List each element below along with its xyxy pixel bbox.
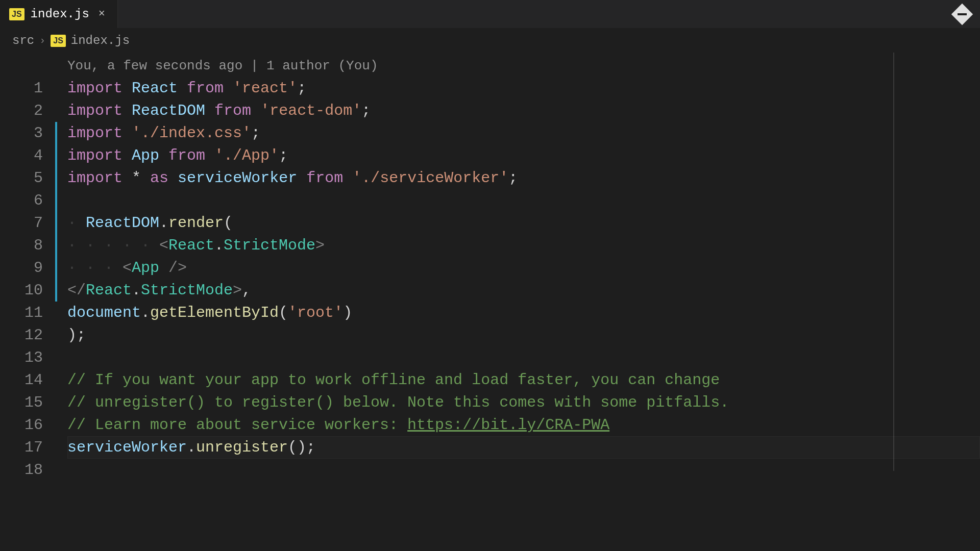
code-line: // unregister() to register() below. Not… <box>67 391 980 414</box>
code-line: import './index.css'; <box>67 122 980 144</box>
code-line: serviceWorker.unregister(); <box>67 436 980 459</box>
breadcrumb-file[interactable]: index.js <box>71 34 130 47</box>
js-icon: JS <box>51 35 66 47</box>
code-line: · ReactDOM.render( <box>67 212 980 234</box>
code-content[interactable]: You, a few seconds ago | 1 author (You) … <box>53 55 980 481</box>
line-number-gutter: 1 2 3 4 5 6 7 8 9 10 11 12 13 14 15 16 1… <box>0 55 53 481</box>
close-icon[interactable]: × <box>95 7 108 21</box>
code-line <box>67 189 980 212</box>
tab-index-js[interactable]: JS index.js × <box>0 0 118 28</box>
code-line <box>67 346 980 369</box>
tab-actions-right <box>954 7 980 22</box>
js-icon: JS <box>9 8 24 20</box>
code-line: import * as serviceWorker from './servic… <box>67 167 980 189</box>
code-line: import App from './App'; <box>67 144 980 167</box>
code-line: // Learn more about service workers: htt… <box>67 414 980 436</box>
code-line: · · · · · <React.StrictMode> <box>67 234 980 257</box>
git-codelens[interactable]: You, a few seconds ago | 1 author (You) <box>67 55 980 77</box>
code-line: document.getElementById('root') <box>67 302 980 324</box>
code-line: ); <box>67 324 980 346</box>
chevron-right-icon: › <box>39 35 45 46</box>
code-line: import React from 'react'; <box>67 77 980 99</box>
breadcrumb[interactable]: src › JS index.js <box>0 29 980 53</box>
code-line: · · · <App /> <box>67 257 980 279</box>
breadcrumb-folder[interactable]: src <box>12 34 34 47</box>
code-line <box>67 459 980 481</box>
tab-bar: JS index.js × <box>0 0 980 29</box>
code-line: import ReactDOM from 'react-dom'; <box>67 99 980 122</box>
source-control-icon[interactable] <box>951 3 973 24</box>
code-line: </React.StrictMode>, <box>67 279 980 302</box>
code-editor[interactable]: 1 2 3 4 5 6 7 8 9 10 11 12 13 14 15 16 1… <box>0 53 980 481</box>
code-line: // If you want your app to work offline … <box>67 369 980 391</box>
tab-filename: index.js <box>31 7 89 21</box>
